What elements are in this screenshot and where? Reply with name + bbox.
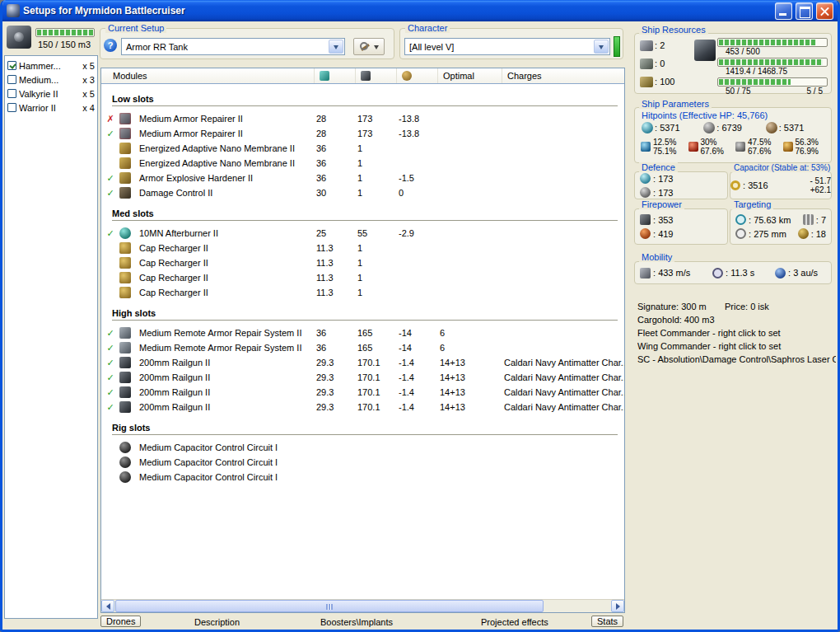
armor-repair-icon: [640, 187, 651, 198]
rig-circuit-icon: [119, 471, 131, 483]
module-optimal: 14+13: [437, 387, 502, 397]
module-row[interactable]: ✓Armor Explosive Hardener II361-1.5: [101, 171, 624, 185]
module-row[interactable]: ✓200mm Railgun II29.3170.1-1.414+13Calda…: [101, 385, 624, 400]
drone-checkbox[interactable]: [7, 103, 16, 112]
app-window: Setups for Myrmidon Battlecruiser 150 / …: [0, 0, 840, 632]
module-row[interactable]: Cap Recharger II11.31: [101, 241, 624, 255]
armor-defence-value: 173: [653, 188, 673, 198]
launcher-hardpoints-free: 0: [655, 59, 665, 68]
module-cap-use: -14: [396, 328, 437, 338]
drone-list-item[interactable]: Hammer...x 5: [7, 59, 96, 73]
module-cpu: 11.3: [314, 258, 355, 268]
maximize-button[interactable]: [796, 2, 813, 20]
module-name: 200mm Railgun II: [136, 402, 314, 412]
drone-quantity: x 3: [82, 75, 95, 85]
module-name: Cap Recharger II: [136, 273, 314, 283]
module-row[interactable]: Energized Adaptive Nano Membrane II361: [101, 156, 624, 171]
module-name: Medium Remote Armor Repair System II: [136, 328, 314, 338]
tab-boosters-implants[interactable]: Boosters\Implants: [320, 617, 393, 627]
horizontal-scrollbar[interactable]: [101, 599, 624, 612]
module-name: Medium Remote Armor Repair System II: [136, 343, 314, 353]
scrollbar-thumb[interactable]: [115, 600, 544, 612]
drone-list-item[interactable]: Warrior IIx 4: [7, 101, 96, 115]
module-name: 10MN Afterburner II: [136, 228, 314, 238]
tab-drones[interactable]: Drones: [100, 616, 141, 627]
cap-recharger-icon: [119, 242, 131, 254]
em-damage-icon: [641, 142, 651, 152]
drone-checkbox[interactable]: [7, 61, 16, 70]
ship-info-footer: Signature: 300 m Price: 0 isk Cargohold:…: [637, 302, 836, 367]
module-cpu: 36: [314, 173, 355, 183]
drone-checkbox[interactable]: [7, 89, 16, 98]
cap-recharger-icon: [119, 272, 131, 283]
armor-icon: [703, 122, 715, 133]
module-row[interactable]: ✓Medium Remote Armor Repair System II361…: [101, 325, 624, 340]
fleet-commander-slot[interactable]: Fleet Commander - right click to set: [637, 328, 836, 341]
sensor-strength-value: 18: [811, 229, 826, 239]
drone-bay-capacity-text: 150 / 150 m3: [30, 40, 98, 49]
squad-commander-slot[interactable]: SC - Absolution\Damage Control\Saphros L…: [637, 354, 836, 367]
module-charge: Caldari Navy Antimatter Char...: [502, 387, 624, 397]
setup-select-arrow-icon[interactable]: [329, 40, 343, 54]
module-row[interactable]: Cap Recharger II11.31: [101, 255, 624, 270]
setup-tools-button[interactable]: [353, 38, 385, 55]
structure-hp-value: 5371: [779, 123, 805, 133]
explosive-damage-icon: [688, 142, 698, 152]
module-row[interactable]: Cap Recharger II11.31: [101, 285, 624, 300]
drone-list[interactable]: Hammer...x 5Medium...x 3Valkyrie IIx 5Wa…: [4, 55, 98, 619]
drone-list-item[interactable]: Valkyrie IIx 5: [7, 87, 96, 101]
module-row[interactable]: ✓200mm Railgun II29.3170.1-1.414+13Calda…: [101, 400, 624, 414]
fitted-ok-icon: ✓: [101, 402, 119, 413]
module-row[interactable]: ✓10MN Afterburner II2555-2.9: [101, 226, 624, 241]
module-powergrid: 1: [355, 288, 396, 297]
module-row[interactable]: Medium Capacitor Control Circuit I: [101, 455, 624, 470]
tab-projected-effects[interactable]: Projected effects: [481, 617, 548, 627]
firepower-label: Firepower: [639, 199, 684, 209]
kinetic-resist: 47.5%67.6%: [735, 138, 778, 156]
shield-icon: [642, 122, 653, 133]
module-row[interactable]: ✓Damage Control II3010: [101, 185, 624, 200]
module-optimal: 14+13: [437, 402, 502, 412]
module-row[interactable]: Energized Adaptive Nano Membrane II361: [101, 141, 624, 156]
module-row[interactable]: ✓200mm Railgun II29.3170.1-1.414+13Calda…: [101, 355, 624, 370]
module-name: Medium Capacitor Control Circuit I: [136, 442, 314, 452]
fitting-error-icon: ✗: [101, 114, 119, 124]
drone-checkbox[interactable]: [7, 75, 16, 84]
scroll-right-button[interactable]: [611, 600, 624, 612]
minimize-button[interactable]: [775, 2, 792, 20]
module-row[interactable]: ✗Medium Armor Repairer II28173-13.8: [101, 111, 624, 126]
setup-select[interactable]: Armor RR Tank: [121, 38, 345, 55]
warp-speed-icon: [775, 268, 786, 279]
mobility-label: Mobility: [639, 252, 674, 262]
module-cap-use: -14: [396, 343, 437, 353]
module-row[interactable]: ✓Medium Armor Repairer II28173-13.8: [101, 126, 624, 141]
wing-commander-slot[interactable]: Wing Commander - right click to set: [637, 341, 836, 354]
character-select-arrow-icon[interactable]: [594, 40, 609, 54]
drone-list-item[interactable]: Medium...x 3: [7, 73, 96, 87]
module-row[interactable]: Medium Capacitor Control Circuit I: [101, 470, 624, 485]
signature-text: Signature: 300 m: [637, 302, 725, 315]
module-row[interactable]: ✓Medium Remote Armor Repair System II361…: [101, 340, 624, 355]
fitted-ok-icon: ✓: [101, 343, 119, 353]
module-optimal: 14+13: [437, 372, 502, 382]
module-row[interactable]: ✓200mm Railgun II29.3170.1-1.414+13Calda…: [101, 370, 624, 385]
nano-membrane-icon: [119, 157, 131, 169]
armor-hp-value: 6739: [716, 123, 742, 133]
tab-description[interactable]: Description: [194, 617, 240, 627]
turret-hardpoints: 2: [640, 36, 674, 54]
thermal-damage-icon: [783, 142, 793, 152]
shield-resist-value: 30%: [701, 138, 724, 147]
module-row[interactable]: Cap Recharger II11.31: [101, 270, 624, 285]
tab-stats[interactable]: Stats: [591, 616, 623, 627]
scroll-left-button[interactable]: [101, 600, 114, 612]
ship-resources-box: 2 0 100 453 / 500 1419.4 / 1468.75 50 / …: [634, 33, 832, 94]
module-cpu: 11.3: [314, 288, 355, 297]
close-button[interactable]: [816, 2, 833, 20]
help-icon[interactable]: [104, 39, 117, 52]
armor-resist-value: 76.9%: [796, 147, 819, 156]
capacitor-icon: [730, 180, 740, 190]
module-row[interactable]: Medium Capacitor Control Circuit I: [101, 440, 624, 455]
bottom-tabs: DronesDescriptionBoosters\ImplantsProjec…: [100, 616, 628, 630]
character-label: Character: [405, 23, 450, 33]
character-select[interactable]: [All level V]: [404, 38, 610, 55]
